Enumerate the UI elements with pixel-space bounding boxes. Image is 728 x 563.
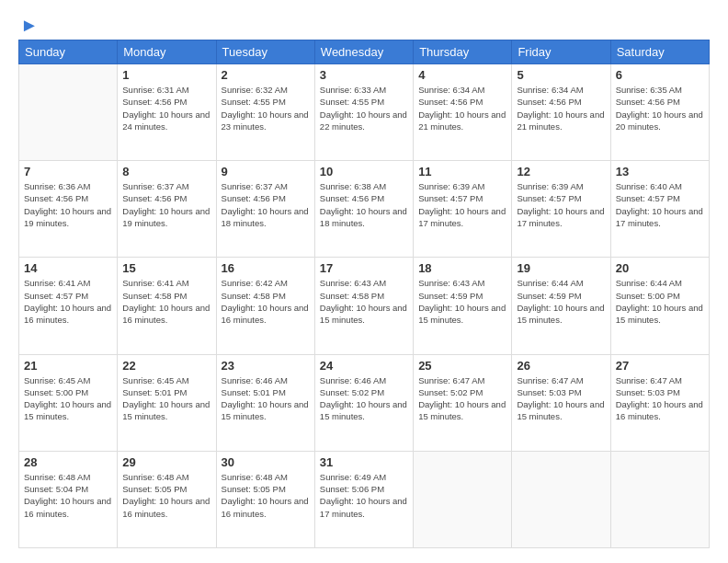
day-number: 24 [320,359,408,373]
calendar-cell [19,64,118,161]
cell-info: Sunrise: 6:49 AMSunset: 5:06 PMDaylight:… [320,471,408,520]
weekday-header-wednesday: Wednesday [314,40,413,64]
cell-info: Sunrise: 6:47 AMSunset: 5:03 PMDaylight:… [517,374,605,423]
cell-info: Sunrise: 6:31 AMSunset: 4:56 PMDaylight:… [122,84,210,132]
day-number: 17 [320,261,408,275]
calendar-cell: 6Sunrise: 6:35 AMSunset: 4:56 PMDaylight… [610,64,709,161]
calendar-cell: 15Sunrise: 6:41 AMSunset: 4:58 PMDayligh… [118,258,216,354]
day-number: 6 [616,68,704,82]
day-number: 10 [320,165,408,178]
calendar-cell: 30Sunrise: 6:48 AMSunset: 5:05 PMDayligh… [216,451,314,547]
day-number: 4 [418,68,506,82]
day-number: 16 [222,261,310,275]
calendar-cell: 27Sunrise: 6:47 AMSunset: 5:03 PMDayligh… [610,354,709,451]
logo-icon: ► [20,15,39,36]
calendar-cell: 13Sunrise: 6:40 AMSunset: 4:57 PMDayligh… [610,161,709,258]
cell-info: Sunrise: 6:41 AMSunset: 4:58 PMDaylight:… [122,277,210,326]
calendar-cell [512,451,610,547]
weekday-header-tuesday: Tuesday [216,40,314,64]
day-number: 14 [24,261,112,275]
day-number: 20 [616,261,704,275]
day-number: 12 [517,165,605,178]
day-number: 21 [24,359,112,373]
calendar-cell: 2Sunrise: 6:32 AMSunset: 4:55 PMDaylight… [216,64,314,161]
cell-info: Sunrise: 6:47 AMSunset: 5:03 PMDaylight:… [616,374,704,423]
cell-info: Sunrise: 6:40 AMSunset: 4:57 PMDaylight:… [616,180,704,229]
cell-info: Sunrise: 6:43 AMSunset: 4:58 PMDaylight:… [320,277,408,326]
cell-info: Sunrise: 6:48 AMSunset: 5:05 PMDaylight:… [122,471,210,520]
cell-info: Sunrise: 6:43 AMSunset: 4:59 PMDaylight:… [418,277,506,326]
day-number: 26 [517,359,605,373]
calendar-cell: 28Sunrise: 6:48 AMSunset: 5:04 PMDayligh… [19,451,118,547]
cell-info: Sunrise: 6:46 AMSunset: 5:02 PMDaylight:… [320,374,408,423]
calendar-cell: 4Sunrise: 6:34 AMSunset: 4:56 PMDaylight… [414,64,512,161]
calendar-cell: 9Sunrise: 6:37 AMSunset: 4:56 PMDaylight… [216,161,314,258]
calendar-header: SundayMondayTuesdayWednesdayThursdayFrid… [19,40,710,64]
day-number: 25 [418,359,506,373]
calendar-body: 1Sunrise: 6:31 AMSunset: 4:56 PMDaylight… [19,64,710,548]
calendar-cell [414,451,512,547]
cell-info: Sunrise: 6:38 AMSunset: 4:56 PMDaylight:… [320,180,408,229]
calendar-cell: 14Sunrise: 6:41 AMSunset: 4:57 PMDayligh… [19,258,118,354]
day-number: 22 [122,359,210,373]
weekday-header-monday: Monday [118,40,216,64]
calendar-cell: 19Sunrise: 6:44 AMSunset: 4:59 PMDayligh… [512,258,610,354]
day-number: 9 [222,165,310,178]
cell-info: Sunrise: 6:45 AMSunset: 5:00 PMDaylight:… [24,374,112,423]
calendar-cell: 24Sunrise: 6:46 AMSunset: 5:02 PMDayligh… [314,354,413,451]
calendar-week-row: 1Sunrise: 6:31 AMSunset: 4:56 PMDaylight… [19,64,710,161]
calendar-cell: 7Sunrise: 6:36 AMSunset: 4:56 PMDaylight… [19,161,118,258]
calendar-cell: 3Sunrise: 6:33 AMSunset: 4:55 PMDaylight… [314,64,413,161]
header: ► [18,15,710,32]
day-number: 30 [222,455,310,469]
cell-info: Sunrise: 6:47 AMSunset: 5:02 PMDaylight:… [418,374,506,423]
calendar-cell: 11Sunrise: 6:39 AMSunset: 4:57 PMDayligh… [414,161,512,258]
cell-info: Sunrise: 6:39 AMSunset: 4:57 PMDaylight:… [418,180,506,229]
calendar-cell: 26Sunrise: 6:47 AMSunset: 5:03 PMDayligh… [512,354,610,451]
day-number: 31 [320,455,408,469]
day-number: 18 [418,261,506,275]
calendar-week-row: 7Sunrise: 6:36 AMSunset: 4:56 PMDaylight… [19,161,710,258]
calendar-cell: 23Sunrise: 6:46 AMSunset: 5:01 PMDayligh… [216,354,314,451]
calendar-cell: 5Sunrise: 6:34 AMSunset: 4:56 PMDaylight… [512,64,610,161]
logo: ► [18,15,39,32]
calendar-cell: 20Sunrise: 6:44 AMSunset: 5:00 PMDayligh… [610,258,709,354]
cell-info: Sunrise: 6:34 AMSunset: 4:56 PMDaylight:… [517,84,605,132]
cell-info: Sunrise: 6:36 AMSunset: 4:56 PMDaylight:… [24,180,112,229]
calendar-cell: 10Sunrise: 6:38 AMSunset: 4:56 PMDayligh… [314,161,413,258]
day-number: 7 [24,165,112,178]
page: ► SundayMondayTuesdayWednesdayThursdayFr… [0,0,728,563]
day-number: 1 [122,68,210,82]
calendar-table: SundayMondayTuesdayWednesdayThursdayFrid… [18,40,710,548]
cell-info: Sunrise: 6:39 AMSunset: 4:57 PMDaylight:… [517,180,605,229]
weekday-header-saturday: Saturday [610,40,709,64]
calendar-cell [610,451,709,547]
day-number: 28 [24,455,112,469]
cell-info: Sunrise: 6:37 AMSunset: 4:56 PMDaylight:… [122,180,210,229]
cell-info: Sunrise: 6:42 AMSunset: 4:58 PMDaylight:… [222,277,310,326]
day-number: 19 [517,261,605,275]
calendar-cell: 17Sunrise: 6:43 AMSunset: 4:58 PMDayligh… [314,258,413,354]
day-number: 29 [122,455,210,469]
calendar-cell: 21Sunrise: 6:45 AMSunset: 5:00 PMDayligh… [19,354,118,451]
weekday-header-friday: Friday [512,40,610,64]
calendar-week-row: 28Sunrise: 6:48 AMSunset: 5:04 PMDayligh… [19,451,710,547]
day-number: 5 [517,68,605,82]
day-number: 8 [122,165,210,178]
cell-info: Sunrise: 6:41 AMSunset: 4:57 PMDaylight:… [24,277,112,326]
day-number: 3 [320,68,408,82]
cell-info: Sunrise: 6:45 AMSunset: 5:01 PMDaylight:… [122,374,210,423]
weekday-header-sunday: Sunday [19,40,118,64]
calendar-cell: 18Sunrise: 6:43 AMSunset: 4:59 PMDayligh… [414,258,512,354]
calendar-cell: 25Sunrise: 6:47 AMSunset: 5:02 PMDayligh… [414,354,512,451]
cell-info: Sunrise: 6:48 AMSunset: 5:05 PMDaylight:… [222,471,310,520]
calendar-cell: 12Sunrise: 6:39 AMSunset: 4:57 PMDayligh… [512,161,610,258]
calendar-cell: 29Sunrise: 6:48 AMSunset: 5:05 PMDayligh… [118,451,216,547]
day-number: 15 [122,261,210,275]
cell-info: Sunrise: 6:46 AMSunset: 5:01 PMDaylight:… [222,374,310,423]
cell-info: Sunrise: 6:32 AMSunset: 4:55 PMDaylight:… [222,84,310,132]
weekday-header-thursday: Thursday [414,40,512,64]
cell-info: Sunrise: 6:44 AMSunset: 5:00 PMDaylight:… [616,277,704,326]
calendar-cell: 1Sunrise: 6:31 AMSunset: 4:56 PMDaylight… [118,64,216,161]
calendar-week-row: 21Sunrise: 6:45 AMSunset: 5:00 PMDayligh… [19,354,710,451]
